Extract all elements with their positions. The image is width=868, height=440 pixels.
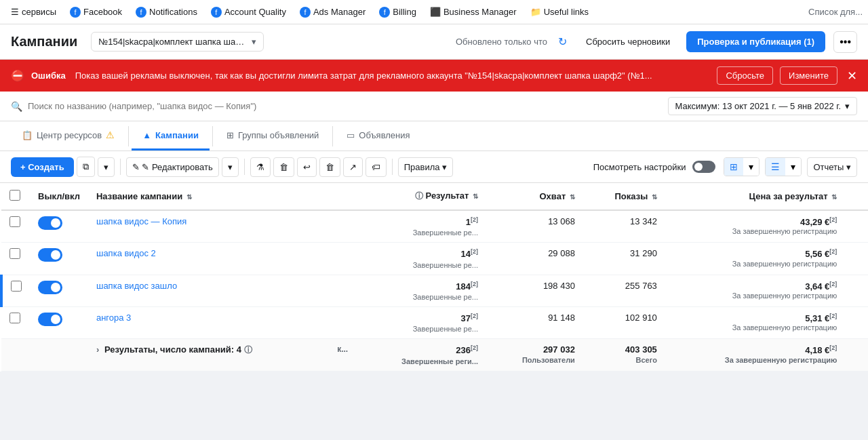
nav-item-account-quality[interactable]: f Account Quality xyxy=(205,4,292,20)
nav-item-ads-manager[interactable]: f Ads Manager xyxy=(294,4,371,20)
row-result-label-cell xyxy=(329,210,356,243)
error-message: Показ вашей рекламы выключен, так как вы… xyxy=(75,71,711,81)
view-settings-toggle[interactable] xyxy=(692,161,715,173)
reach-sort-icon[interactable]: ⇅ xyxy=(570,193,575,201)
row-price-cell: 43,29 €[2] За завершенную регистрацию xyxy=(665,210,845,243)
updated-text: Обновлено только что xyxy=(456,37,547,47)
search-input[interactable] xyxy=(28,101,663,111)
name-sort-icon[interactable]: ⇅ xyxy=(186,193,192,201)
create-button[interactable]: + Создать xyxy=(11,157,74,177)
impressions-sort-icon[interactable]: ⇅ xyxy=(652,193,657,201)
row-name-cell: шапка видос 2 xyxy=(88,243,329,275)
share-button[interactable]: ↗ xyxy=(343,157,363,177)
total-info-icon[interactable]: ⓘ xyxy=(244,345,252,355)
reach-col-label: Охват xyxy=(540,191,566,201)
row-checkbox-cell xyxy=(1,275,30,306)
name-col-label: Название кампании xyxy=(96,191,182,201)
notifications-icon: f xyxy=(136,7,146,18)
row-toggle-1[interactable] xyxy=(38,248,62,262)
top-nav: ☰ сервисы f Facebook f Notifications f A… xyxy=(0,0,868,24)
nav-item-useful-links[interactable]: 📁 Useful links xyxy=(525,4,594,20)
nav-item-facebook[interactable]: f Facebook xyxy=(64,4,127,20)
row-name-cell: шапка видос зашло xyxy=(88,275,329,306)
business-manager-icon: ⬛ xyxy=(430,7,441,17)
campaign-selector[interactable]: №154|skacpa|комплект шапка шарф... ▾ xyxy=(91,32,264,52)
impressions-col-label: Показы xyxy=(614,191,648,201)
row-checkbox-2[interactable] xyxy=(11,281,22,292)
row-result-label-cell xyxy=(329,243,356,275)
edit-dropdown-button[interactable]: ▾ xyxy=(222,157,239,177)
error-change-button[interactable]: Измените xyxy=(780,66,837,85)
row-result-cell: 1[2] Завершенные ре... xyxy=(356,210,486,243)
nav-item-business-manager[interactable]: ⬛ Business Manager xyxy=(425,4,522,20)
rules-button[interactable]: Правила ▾ xyxy=(398,157,453,177)
tab-ad-sets[interactable]: ⊞ Группы объявлений xyxy=(216,122,330,151)
toolbar-separator-1 xyxy=(120,159,121,175)
refresh-button[interactable]: ↻ xyxy=(555,33,570,51)
total-impressions-value: 403 305 xyxy=(591,344,657,355)
expand-icon[interactable]: › xyxy=(96,344,99,355)
row-price-cell: 5,56 €[2] За завершенную регистрацию xyxy=(665,243,845,275)
campaigns-icon: ▲ xyxy=(142,130,151,140)
reset-drafts-button[interactable]: Сбросить черновики xyxy=(578,33,678,51)
row-toggle-3[interactable] xyxy=(38,313,62,326)
edit-button[interactable]: ✎ ✎ Редактировать xyxy=(126,157,219,177)
campaign-name-link-1[interactable]: шапка видос 2 xyxy=(96,248,156,258)
header-impressions-col: Показы ⇅ xyxy=(583,183,665,210)
result-sub-1: Завершенные ре... xyxy=(364,261,478,269)
grid-view-button[interactable]: ⊞ xyxy=(724,158,743,176)
campaign-name-link-3[interactable]: ангора 3 xyxy=(96,313,131,323)
row-toggle-2[interactable] xyxy=(38,281,62,294)
tab-resource-center[interactable]: 📋 Центр ресурсов ⚠ xyxy=(11,121,125,151)
ads-icon: ▭ xyxy=(347,130,355,140)
nav-item-notifications[interactable]: f Notifications xyxy=(130,4,203,20)
more-options-button[interactable]: ••• xyxy=(833,31,857,53)
tab-ads[interactable]: ▭ Объявления xyxy=(336,122,420,151)
row-toggle-cell xyxy=(30,275,88,306)
tab-campaigns[interactable]: ▲ Кампании xyxy=(132,122,210,151)
nav-item-billing[interactable]: f Billing xyxy=(374,4,422,20)
campaign-name-link-2[interactable]: шапка видос зашло xyxy=(96,281,177,291)
price-col-label: Цена за результат xyxy=(749,191,828,201)
row-checkbox-1[interactable] xyxy=(9,248,20,259)
table-row: шапка видос зашло 184[2] Завершенные ре.… xyxy=(1,275,868,306)
facebook-icon: f xyxy=(70,7,81,18)
horizontal-scrollbar[interactable] xyxy=(0,372,868,377)
select-all-checkbox[interactable] xyxy=(9,190,20,201)
row-toggle-0[interactable] xyxy=(38,216,62,230)
experiment-button[interactable]: ⚗ xyxy=(250,157,271,177)
campaign-name-link-0[interactable]: шапка видос — Копия xyxy=(96,216,186,226)
total-label: Результаты, число кампаний: 4 xyxy=(104,344,241,355)
duplicate-dropdown-button[interactable]: ▾ xyxy=(98,157,115,177)
tab-divider-1 xyxy=(128,126,129,146)
error-reset-button[interactable]: Сбросьте xyxy=(717,66,773,85)
total-price-ref: [2] xyxy=(829,344,837,351)
duplicate-button[interactable]: ⧉ xyxy=(77,157,95,177)
row-impressions-cell: 13 342 xyxy=(583,210,665,243)
discard-button[interactable]: 🗑 xyxy=(319,157,340,177)
price-sub-3: За завершенную регистрацию xyxy=(673,323,837,332)
edit-label: ✎ Редактировать xyxy=(142,162,212,172)
info-icon[interactable]: ⓘ xyxy=(415,191,425,201)
list-view-dropdown[interactable]: ▾ xyxy=(785,158,801,176)
row-checkbox-0[interactable] xyxy=(9,216,20,227)
result-sort-icon[interactable]: ⇅ xyxy=(473,193,478,200)
reports-button[interactable]: Отчеты ▾ xyxy=(807,157,857,177)
result-col-label: Результат xyxy=(426,191,469,201)
price-sort-icon[interactable]: ⇅ xyxy=(831,193,837,201)
publish-button[interactable]: Проверка и публикация (1) xyxy=(686,31,825,52)
error-close-button[interactable]: ✕ xyxy=(847,68,857,83)
undo-button[interactable]: ↩ xyxy=(297,157,317,177)
reach-value-2: 198 430 xyxy=(494,281,575,291)
grid-view-dropdown[interactable]: ▾ xyxy=(743,158,759,176)
row-checkbox-3[interactable] xyxy=(9,313,20,323)
error-banner: ⛔ Ошибка Показ вашей рекламы выключен, т… xyxy=(0,60,868,92)
date-range-picker[interactable]: Максимум: 13 окт 2021 г. — 5 янв 2022 г.… xyxy=(668,97,858,115)
tag-button[interactable]: 🏷 xyxy=(366,157,387,177)
list-view-button[interactable]: ☰ xyxy=(766,158,785,176)
delete-button[interactable]: 🗑 xyxy=(273,157,294,177)
row-price-cell: 5,31 €[2] За завершенную регистрацию xyxy=(665,306,845,338)
price-value-3: 5,31 €[2] xyxy=(673,313,837,323)
tab-campaigns-label: Кампании xyxy=(155,130,199,140)
nav-item-services[interactable]: ☰ сервисы xyxy=(5,4,62,20)
